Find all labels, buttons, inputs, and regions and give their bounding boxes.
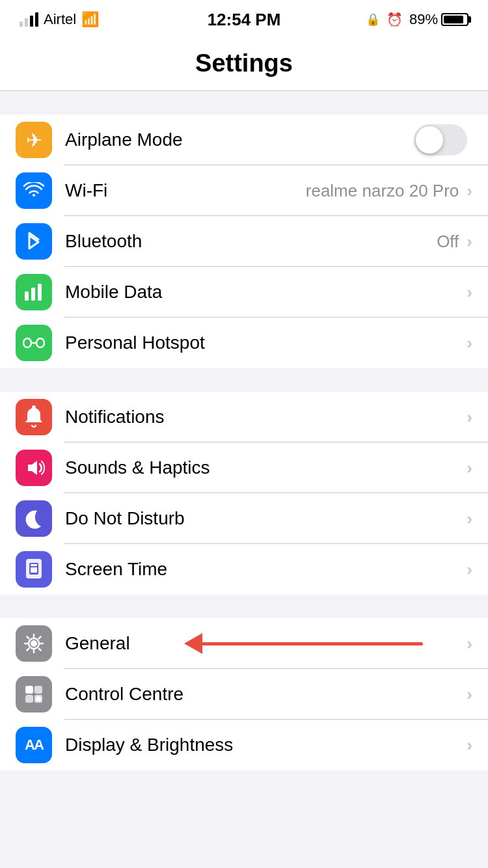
personal-hotspot-row[interactable]: Personal Hotspot › [0, 318, 488, 368]
battery-percent: 89% [409, 11, 438, 28]
section-gap-top [0, 91, 488, 115]
display-brightness-label: Display & Brightness [65, 735, 467, 755]
notifications-row[interactable]: Notifications › [0, 392, 488, 442]
control-centre-row[interactable]: Control Centre › [0, 669, 488, 720]
svg-rect-3 [23, 338, 31, 347]
status-time: 12:54 PM [208, 10, 281, 30]
toggle-thumb [416, 126, 443, 154]
sounds-haptics-row[interactable]: Sounds & Haptics › [0, 442, 488, 493]
control-centre-icon [16, 676, 52, 712]
page-title-bar: Settings [0, 39, 488, 91]
general-icon [16, 625, 52, 662]
mobile-data-chevron: › [467, 282, 472, 303]
airplane-mode-label: Airplane Mode [65, 129, 414, 150]
bluetooth-value: Off [437, 232, 459, 252]
svg-point-17 [36, 696, 41, 701]
control-centre-chevron: › [467, 685, 472, 705]
wifi-icon [16, 172, 52, 209]
status-bar: Airtel 📶 12:54 PM 🔒 ⏰ 89% [0, 0, 488, 39]
notifications-icon [16, 399, 52, 435]
battery-container: 89% [409, 11, 468, 28]
do-not-disturb-icon [16, 500, 52, 537]
airplane-mode-row[interactable]: ✈ Airplane Mode [0, 115, 488, 165]
section-gap-2 [0, 368, 488, 392]
airplane-mode-icon: ✈ [16, 122, 52, 158]
wifi-value: realme narzo 20 Pro [306, 181, 459, 201]
personal-hotspot-chevron: › [467, 333, 472, 353]
lock-icon: 🔒 [366, 12, 380, 27]
system-section: General › Control Centre › AA [0, 618, 488, 770]
svg-rect-15 [25, 695, 33, 703]
sounds-haptics-chevron: › [467, 458, 472, 478]
wifi-chevron: › [467, 181, 472, 201]
general-row[interactable]: General › [0, 618, 488, 669]
mobile-data-row[interactable]: Mobile Data › [0, 267, 488, 318]
notifications-label: Notifications [65, 407, 467, 427]
personal-hotspot-icon [16, 325, 52, 361]
personal-hotspot-label: Personal Hotspot [65, 332, 467, 353]
svg-point-12 [31, 641, 36, 646]
status-right: 🔒 ⏰ 89% [366, 11, 468, 28]
svg-rect-8 [31, 564, 37, 566]
svg-rect-9 [31, 567, 37, 573]
wifi-row[interactable]: Wi-Fi realme narzo 20 Pro › [0, 165, 488, 216]
battery-icon [441, 13, 468, 26]
page-title: Settings [20, 49, 468, 77]
svg-rect-0 [25, 292, 29, 301]
mobile-data-icon [16, 274, 52, 310]
display-brightness-row[interactable]: AA Display & Brightness › [0, 720, 488, 770]
display-brightness-icon: AA [16, 727, 52, 763]
sounds-haptics-label: Sounds & Haptics [65, 457, 467, 478]
general-chevron: › [467, 634, 472, 654]
screen-time-row[interactable]: Screen Time › [0, 544, 488, 595]
svg-rect-2 [38, 284, 42, 301]
svg-rect-14 [34, 686, 42, 694]
display-brightness-chevron: › [467, 735, 472, 755]
notifications-section: Notifications › Sounds & Haptics › D [0, 392, 488, 595]
section-gap-bottom [0, 770, 488, 794]
svg-rect-13 [25, 686, 33, 694]
general-label: General [65, 633, 467, 654]
mobile-data-label: Mobile Data [65, 282, 467, 303]
alarm-icon: ⏰ [386, 12, 403, 27]
bluetooth-label: Bluetooth [65, 231, 437, 252]
bluetooth-icon [16, 223, 52, 260]
bluetooth-chevron: › [467, 232, 472, 252]
do-not-disturb-row[interactable]: Do Not Disturb › [0, 493, 488, 544]
do-not-disturb-label: Do Not Disturb [65, 508, 467, 529]
bluetooth-row[interactable]: Bluetooth Off › [0, 216, 488, 267]
svg-point-5 [32, 405, 36, 409]
wifi-label: Wi-Fi [65, 180, 306, 201]
carrier-label: Airtel [44, 11, 76, 28]
do-not-disturb-chevron: › [467, 509, 472, 529]
screen-time-label: Screen Time [65, 559, 467, 580]
connectivity-section: ✈ Airplane Mode Wi-Fi realme narzo 20 Pr… [0, 115, 488, 368]
wifi-status-icon: 📶 [81, 11, 99, 28]
airplane-mode-toggle[interactable] [414, 124, 467, 156]
status-left: Airtel 📶 [20, 11, 99, 28]
section-gap-3 [0, 595, 488, 618]
screen-time-icon [16, 551, 52, 588]
svg-rect-1 [31, 288, 35, 301]
screen-time-chevron: › [467, 560, 472, 580]
sounds-haptics-icon [16, 450, 52, 486]
svg-rect-4 [36, 338, 44, 347]
notifications-chevron: › [467, 407, 472, 427]
signal-bars-icon [20, 12, 38, 27]
control-centre-label: Control Centre [65, 684, 467, 705]
